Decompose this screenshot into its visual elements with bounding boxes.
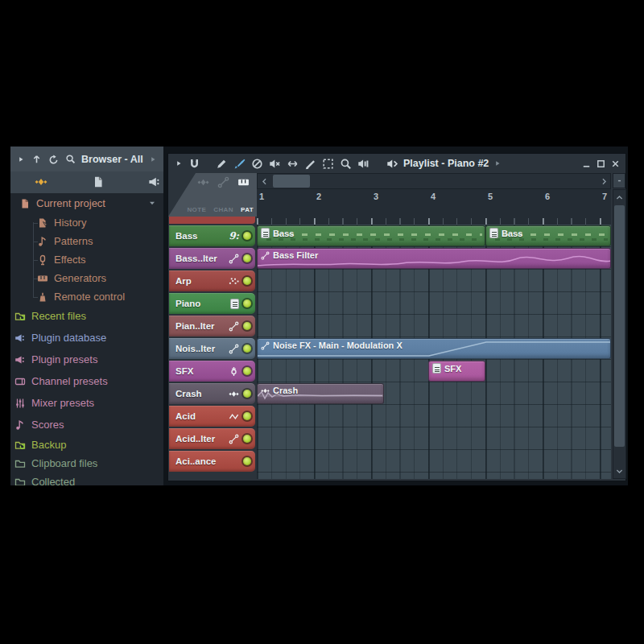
sidebar-item-channel-presets[interactable]: Channel presets xyxy=(14,373,108,390)
browser-tab-files[interactable] xyxy=(92,175,105,188)
ruler-bar-number: 5 xyxy=(488,192,493,201)
track-header-arp[interactable]: Arp xyxy=(169,270,255,291)
track-header-acid-lter[interactable]: Acid..lter xyxy=(169,428,255,449)
track-header-aci-ance[interactable]: Aci..ance xyxy=(169,451,255,472)
picker-keyboard-icon[interactable] xyxy=(237,176,250,188)
sidebar-item-effects[interactable]: Effects xyxy=(37,251,86,268)
clip-sfx[interactable]: SFX xyxy=(428,361,485,382)
brush-icon[interactable] xyxy=(233,158,246,170)
playback-icon[interactable] xyxy=(357,158,369,170)
magnet-icon[interactable] xyxy=(188,158,200,170)
sidebar-item-patterns[interactable]: Patterns xyxy=(37,233,93,250)
slip-icon[interactable] xyxy=(287,158,299,170)
sidebar-item-collected[interactable]: Collected xyxy=(14,473,75,485)
browser-tab-audio[interactable] xyxy=(35,175,47,188)
midi-notes-preview xyxy=(495,238,608,241)
collapse-arrow-icon[interactable] xyxy=(17,155,25,163)
caret-down-icon[interactable] xyxy=(147,198,157,208)
track-enable-led[interactable] xyxy=(243,412,251,420)
track-enable-led[interactable] xyxy=(243,322,251,330)
expand-arrow-icon[interactable] xyxy=(493,159,502,167)
picker-mode-note[interactable]: NOTE xyxy=(187,206,206,213)
picker-wave-icon[interactable] xyxy=(197,176,209,188)
sidebar-item-generators[interactable]: Generators xyxy=(37,270,106,287)
search-icon[interactable] xyxy=(65,154,76,164)
track-header-piano[interactable]: Piano xyxy=(169,293,255,314)
clip-bass[interactable]: Bass xyxy=(257,225,485,246)
scroll-up-button[interactable] xyxy=(614,191,625,204)
scroll-left-button[interactable] xyxy=(258,175,270,188)
picker-mode-chan[interactable]: CHAN xyxy=(213,206,233,213)
playlist-title[interactable]: Playlist - Piano #2 xyxy=(403,158,489,169)
scroll-right-button[interactable] xyxy=(598,175,609,188)
clip-noise-fx-main-modulation-x[interactable]: Noise FX - Main - Modulation X xyxy=(257,338,611,359)
vertical-scroll-thumb[interactable] xyxy=(614,205,625,447)
sidebar-item-scores[interactable]: Scores xyxy=(14,416,64,433)
sidebar-item-plugin-database[interactable]: Plugin database xyxy=(14,329,106,346)
track-enable-led[interactable] xyxy=(243,299,251,308)
mute-icon[interactable] xyxy=(269,158,281,170)
track-header-pian-lter[interactable]: Pian..lter xyxy=(169,316,255,336)
pencil-icon[interactable] xyxy=(216,158,228,170)
sidebar-item-plugin-presets[interactable]: Plugin presets xyxy=(14,351,97,368)
track-enable-led[interactable] xyxy=(243,232,251,240)
collapse-arrow-icon[interactable] xyxy=(175,159,183,167)
track-enable-led[interactable] xyxy=(243,345,251,353)
clip-label: Noise FX - Main - Modulation X xyxy=(273,341,402,350)
sidebar-item-history[interactable]: History xyxy=(37,214,86,231)
sidebar-item-label: Generators xyxy=(54,272,106,284)
playlist-title-group[interactable]: Playlist - Piano #2 xyxy=(386,158,502,170)
vertical-scrollbar[interactable] xyxy=(613,189,626,479)
window-buttons xyxy=(581,159,621,169)
timeline-ruler[interactable]: 1234567 xyxy=(257,189,611,225)
scrollbar-corner-button[interactable] xyxy=(613,173,625,188)
maximize-button[interactable] xyxy=(596,159,606,169)
up-arrow-icon[interactable] xyxy=(31,154,42,164)
select-icon[interactable] xyxy=(322,158,334,170)
sidebar-item-label: Current project xyxy=(36,197,105,209)
clip-crash[interactable]: Crash xyxy=(257,383,384,404)
tree-guide-stub xyxy=(33,297,38,298)
expand-arrow-icon[interactable] xyxy=(149,155,157,163)
track-enable-led[interactable] xyxy=(243,390,251,398)
playlist-grid[interactable]: BassBassBass FilterNoise FX - Main - Mod… xyxy=(257,225,611,479)
track-enable-led[interactable] xyxy=(243,367,251,375)
sidebar-item-label: Remote control xyxy=(54,291,125,303)
horizontal-scroll-thumb[interactable] xyxy=(273,175,310,188)
track-enable-led[interactable] xyxy=(243,277,251,285)
sidebar-item-mixer-presets[interactable]: Mixer presets xyxy=(14,394,94,411)
sidebar-item-clipboard-files[interactable]: Clipboard files xyxy=(14,455,97,472)
track-enable-led[interactable] xyxy=(243,435,251,443)
file-icon xyxy=(19,198,31,209)
track-header-nois-lter[interactable]: Nois..lter xyxy=(169,338,255,359)
track-header-acid[interactable]: Acid xyxy=(169,406,255,427)
sidebar-item-remote-control[interactable]: Remote control xyxy=(37,288,125,305)
track-enable-led[interactable] xyxy=(243,457,251,465)
close-button[interactable] xyxy=(610,159,621,169)
sidebar-item-backup[interactable]: Backup xyxy=(14,436,66,453)
slice-icon[interactable] xyxy=(304,158,316,170)
clip-bass-filter[interactable]: Bass Filter xyxy=(257,248,611,269)
browser-title[interactable]: Browser - All xyxy=(81,154,143,165)
partial-track-header[interactable] xyxy=(169,217,255,224)
undo-arrow-icon[interactable] xyxy=(48,154,59,164)
picker-mode-pat[interactable]: PAT xyxy=(241,206,254,213)
scroll-down-button[interactable] xyxy=(614,464,625,477)
track-header-crash[interactable]: Crash xyxy=(169,383,255,404)
sidebar-item-current-project[interactable]: Current project xyxy=(19,195,105,212)
horizontal-scrollbar[interactable] xyxy=(257,173,611,189)
track-header-sfx[interactable]: SFX xyxy=(169,361,255,382)
zoom-icon[interactable] xyxy=(340,158,352,170)
browser-tab-plugins[interactable] xyxy=(148,175,161,188)
picker-automation-icon[interactable] xyxy=(217,176,229,188)
screenshot-canvas: Browser - All Current projectHistoryPatt… xyxy=(0,0,644,644)
deny-icon[interactable] xyxy=(251,158,263,170)
speaker-icon xyxy=(386,158,398,170)
sidebar-item-recent-files[interactable]: Recent files xyxy=(14,308,86,324)
clip-bass[interactable]: Bass xyxy=(485,225,611,246)
track-enable-led[interactable] xyxy=(243,254,251,262)
minimize-button[interactable] xyxy=(581,159,592,169)
track-header-bass[interactable]: Bass9: xyxy=(169,225,255,246)
track-header-bass-lter[interactable]: Bass..lter xyxy=(169,248,255,269)
clip-title: Bass xyxy=(258,226,485,238)
